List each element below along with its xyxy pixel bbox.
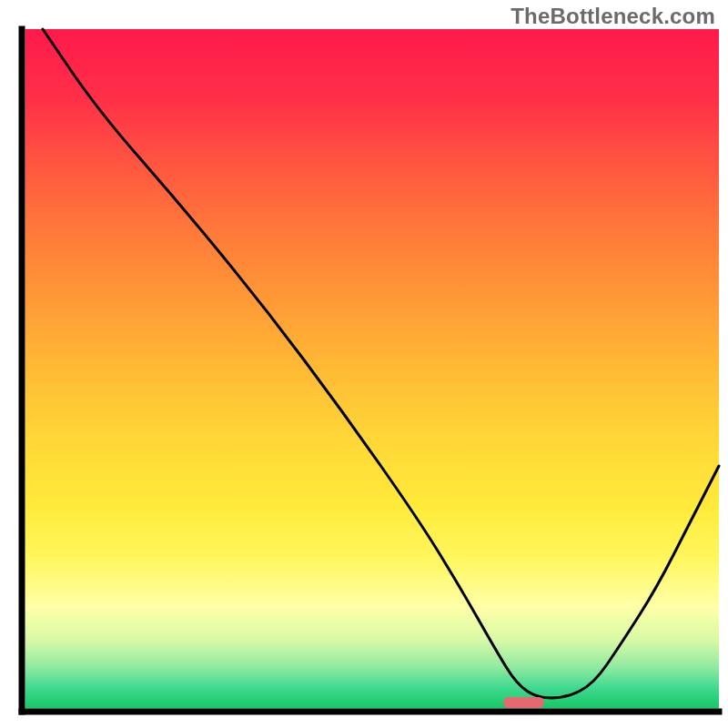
chart-container: TheBottleneck.com — [0, 0, 728, 728]
watermark-text: TheBottleneck.com — [511, 4, 715, 29]
optimal-range-marker — [503, 697, 545, 708]
plot-background — [25, 29, 720, 709]
bottleneck-chart — [0, 0, 728, 728]
